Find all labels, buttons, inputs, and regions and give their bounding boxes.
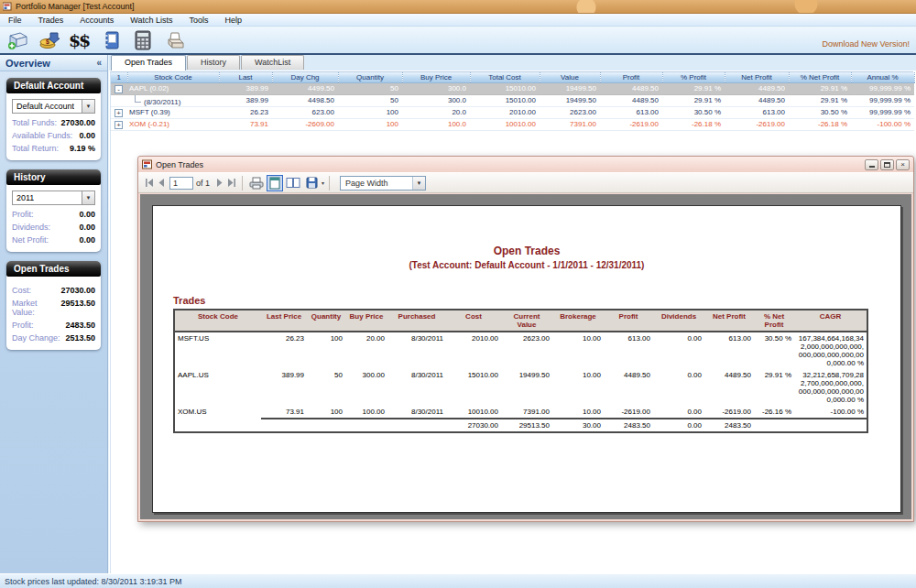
cell: 29.91 % [789,94,851,106]
print-icon[interactable] [160,28,188,51]
chevron-down-icon[interactable]: ▼ [82,191,94,204]
status-bar: Stock prices last updated: 8/30/2011 3:1… [0,573,916,588]
r-cell: 15010.00 [446,369,501,406]
history-profit-row: Profit: 0.00 [12,210,95,219]
cell: 100 [338,106,402,118]
trades-icon[interactable]: $ [36,28,63,51]
col-last[interactable]: Last [219,72,272,82]
menu-accounts[interactable]: Accounts [71,14,122,26]
ot-daychange-row: Day Change: 2513.50 [12,333,95,343]
zoom-select[interactable]: Page Width ▼ [340,176,426,191]
export-save-icon[interactable] [303,175,320,191]
ot-marketvalue-value: 29513.50 [60,299,95,317]
single-page-view-icon[interactable] [267,175,283,191]
history-year-select[interactable]: 2011 ▼ [12,191,95,205]
col-annual-pct[interactable]: Annual % [851,72,914,82]
r-col: % Net Profit [754,310,794,332]
close-button[interactable]: × [896,159,910,170]
r-cell: 50 [307,369,345,406]
cell: 4489.50 [600,94,662,106]
next-page-button[interactable] [213,177,225,189]
report-totals-row: 27030.00 29513.50 30.00 2483.50 0.00 248… [174,419,867,432]
report-section-heading: Trades [173,295,900,306]
col-total-cost[interactable]: Total Cost [470,72,540,82]
zoom-select-value: Page Width [341,179,388,188]
r-col: Last Price [261,310,307,332]
first-page-button[interactable] [143,177,155,189]
grid-corner-icon[interactable]: 1 [111,72,127,82]
cell: 2623.00 [540,106,600,118]
cash-accounts-icon[interactable]: $ $ [67,28,94,51]
print-report-icon[interactable] [248,175,265,191]
col-profit[interactable]: Profit [600,72,662,82]
r-cell: 29.91 % [754,369,794,406]
total-funds-label: Total Funds: [12,118,57,127]
cell-code: MSFT (0.39) [127,106,219,118]
r-cell: 8/30/2011 [387,406,446,419]
r-cell: 167,384,664,168,342,000,000,000,000,000,… [794,332,867,369]
cell: 15010.00 [470,94,540,106]
menu-file[interactable]: File [0,14,30,26]
last-page-button[interactable] [225,177,237,189]
table-row-msft[interactable]: + MSFT (0.39) 26.23 623.00 100 20.0 2010… [111,106,914,118]
window-title: Portfolio Manager [Test Account] [16,2,135,11]
chevron-down-icon[interactable]: ▼ [412,177,425,190]
chevron-down-icon[interactable]: ▼ [82,100,94,113]
col-net-profit[interactable]: Net Profit [725,72,789,82]
download-new-version-link[interactable]: Download New Version! [822,39,910,49]
expand-row-icon[interactable]: + [114,109,123,117]
r-cell: 4489.50 [604,369,653,406]
page-number-input[interactable]: 1 [169,177,193,190]
menu-tools[interactable]: Tools [180,14,216,26]
calculator-icon[interactable] [129,28,157,51]
collapse-row-icon[interactable]: - [114,85,123,93]
ot-marketvalue-label: Market Value: [12,299,60,317]
r-cell: 10010.00 [446,406,501,419]
table-row-xom-report: XOM.US 73.91 100 100.00 8/30/2011 10010.… [174,406,867,419]
previous-page-button[interactable] [155,177,167,189]
new-item-icon[interactable] [5,28,32,51]
report-title-bar[interactable]: Open Trades × [138,157,913,172]
menu-watch-lists[interactable]: Watch Lists [122,14,180,26]
col-stock-code[interactable]: Stock Code [127,72,219,82]
cell: -26.18 % [662,118,725,130]
report-preview-area[interactable]: Open Trades (Test Account: Default Accou… [140,194,911,519]
r-cell: 300.00 [345,369,387,406]
tab-open-trades[interactable]: Open Trades [111,55,186,71]
tab-watchlist[interactable]: WatchList [241,55,304,70]
watchlist-book-icon[interactable] [98,28,125,51]
r-cell: 2010.00 [446,332,501,369]
minimize-button[interactable] [865,159,878,170]
expand-row-icon[interactable]: + [114,121,123,129]
col-pct-net-profit[interactable]: % Net Profit [789,72,851,82]
r-col: CAGR [794,310,867,332]
total-current-value: 29513.50 [501,419,552,432]
title-bar: Portfolio Manager [Test Account] [0,0,916,14]
account-select[interactable]: Default Account ▼ [12,99,95,114]
collapse-sidebar-icon[interactable]: « [96,58,102,68]
col-quantity[interactable]: Quantity [338,72,402,82]
menu-help[interactable]: Help [216,14,250,26]
history-panel-title: History [6,169,101,185]
col-pct-profit[interactable]: % Profit [662,72,725,82]
r-cell: 613.00 [604,332,653,369]
menu-trades[interactable]: Trades [30,14,72,26]
multi-page-view-icon[interactable] [285,175,301,191]
tree-branch-icon [135,95,141,103]
r-cell: MSFT.US [174,332,261,369]
col-day-chg[interactable]: Day Chg [272,72,338,82]
col-buy-price[interactable]: Buy Price [402,72,470,82]
export-dropdown-icon[interactable]: ▾ [322,180,324,186]
table-row-aapl-lot[interactable]: (8/30/2011) 389.99 4498.50 50 300.0 1501… [111,94,914,106]
history-netprofit-label: Net Profit: [12,235,49,245]
r-cell: 100 [307,406,345,419]
table-row-xom[interactable]: + XOM (-0.21) 73.91 -2609.00 100 100.0 1… [111,118,914,130]
ot-cost-label: Cost: [12,286,31,295]
col-value[interactable]: Value [540,72,600,82]
table-row-aapl[interactable]: - AAPL (0.02) 389.99 4499.50 50 300.0 15… [111,82,914,94]
restore-button[interactable] [880,159,894,170]
total-return-value: 9.19 % [70,144,95,153]
tab-history[interactable]: History [187,55,240,70]
default-account-panel: Default Account Default Account ▼ Total … [6,78,101,160]
cell-code: XOM (-0.21) [127,118,219,130]
